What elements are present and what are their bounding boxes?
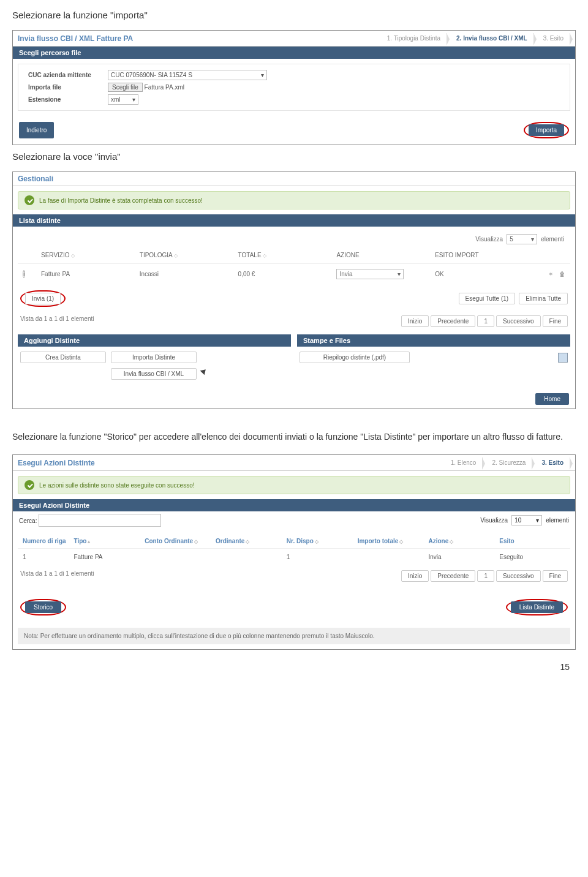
visualizza-row-1: Visualizza 5▾ elementi	[18, 231, 570, 247]
page-prec-2[interactable]: Precedente	[431, 570, 475, 582]
th-importo[interactable]: Importo totale◇	[355, 536, 426, 546]
th-conto[interactable]: Conto Ordinante◇	[142, 536, 213, 546]
page-succ-2[interactable]: Successivo	[496, 570, 541, 582]
importa-button[interactable]: Importa	[529, 124, 564, 136]
page-num-1[interactable]: 1	[477, 315, 494, 327]
cell-tipologia: Incassi	[137, 269, 236, 279]
check-icon	[24, 480, 34, 490]
vista-label-1: Vista da 1 a 1 di 1 elementi	[20, 315, 94, 327]
pagination-1: Inizio Precedente 1 Successivo Fine	[401, 315, 568, 327]
panel-gestionali: Gestionali La fase di Importa Distinte è…	[12, 171, 576, 409]
select-page-size-2[interactable]: 10▾	[511, 515, 542, 525]
info-icon[interactable]: i	[23, 270, 25, 278]
th-totale[interactable]: TOTALE◇	[236, 250, 334, 260]
th-azione: AZIONE	[334, 250, 432, 260]
panel1-steps: 1. Tipologia Distinta 2. Invia flusso CB…	[378, 33, 570, 43]
th-esito: ESITO IMPORT	[432, 250, 531, 260]
step-3: 3. Esito	[534, 33, 570, 43]
darkbar-esegui: Esegui Azioni Distinte	[13, 499, 575, 511]
select-ext[interactable]: xml▾	[108, 94, 138, 105]
label-importa: Importa file	[28, 84, 108, 91]
th-esito2[interactable]: Esito	[497, 536, 568, 546]
importa-distinte-button[interactable]: Importa Distinte	[111, 352, 197, 363]
cell-servizio: Fatture PA	[39, 269, 137, 279]
check-icon	[24, 195, 34, 205]
th-tipologia[interactable]: TIPOLOGIA◇	[137, 250, 236, 260]
cursor-icon	[202, 368, 208, 377]
cell-esito: OK	[432, 269, 531, 279]
select-page-size-1[interactable]: 5▾	[507, 234, 537, 244]
riepilogo-button[interactable]: Riepilogo distinte (.pdf)	[300, 352, 410, 363]
pdf-icon[interactable]	[558, 353, 568, 363]
azioni-table: Numero di riga Tipo▴ Conto Ordinante◇ Or…	[18, 534, 570, 587]
page-fine-2[interactable]: Fine	[543, 570, 568, 582]
success-banner-2: Le azioni sulle distinte sono state eseg…	[18, 476, 570, 494]
th-tipo[interactable]: Tipo▴	[71, 536, 142, 546]
gear-icon[interactable]: ✶	[548, 271, 553, 277]
success-text-2: Le azioni sulle distinte sono state eseg…	[39, 482, 195, 489]
select-azione-invia[interactable]: Invia▾	[336, 269, 404, 279]
label-cuc: CUC azienda mittente	[28, 72, 108, 78]
vista-label-2: Vista da 1 a 1 di 1 elementi	[20, 570, 94, 582]
choose-file-button[interactable]: Scegli file	[108, 83, 143, 92]
chosen-file-name: Fattura PA.xml	[145, 84, 184, 91]
back-button[interactable]: Indietro	[19, 122, 54, 138]
chevron-down-icon: ▾	[261, 72, 264, 78]
azioni-table-row: 1 Fatture PA 1 Invia Eseguito	[18, 548, 570, 565]
panel1-form: CUC azienda mittente CUC 0705690N- SIA 1…	[18, 64, 570, 111]
row-estensione: Estensione xml▾	[22, 92, 566, 107]
success-text-1: La fase di Importa Distinte è stata comp…	[39, 197, 203, 204]
caption-1: Selezionare la funzione "importa"	[12, 10, 576, 20]
invia-flusso-button[interactable]: Invia flusso CBI / XML	[111, 368, 197, 380]
row-cuc: CUC azienda mittente CUC 0705690N- SIA 1…	[22, 68, 566, 82]
panel3-title: Esegui Azioni Distinte	[18, 459, 95, 467]
lista-table-head: SERVIZIO◇ TIPOLOGIA◇ TOTALE◇ AZIONE ESIT…	[18, 247, 570, 263]
p3-step-2: 2. Sicurezza	[483, 457, 532, 468]
darkbar-aggiungi: Aggiungi Distinte	[18, 334, 291, 347]
page-prec-1[interactable]: Precedente	[431, 315, 475, 327]
trash-icon[interactable]: 🗑	[559, 271, 565, 277]
lista-table: Visualizza 5▾ elementi SERVIZIO◇ TIPOLOG…	[18, 231, 570, 329]
page-inizio-1[interactable]: Inizio	[401, 315, 429, 327]
page-fine-1[interactable]: Fine	[543, 315, 568, 327]
th-ordinante[interactable]: Ordinante◇	[213, 536, 284, 546]
th-azione2[interactable]: Azione◇	[426, 536, 497, 546]
storico-button[interactable]: Storico	[25, 601, 61, 613]
cerca-input[interactable]	[39, 514, 161, 527]
pagination-2: Inizio Precedente 1 Successivo Fine	[401, 570, 568, 582]
highlight-invia: Invia (1)	[20, 290, 66, 307]
section-scegli-percorso: Scegli percorso file	[13, 47, 575, 59]
th-servizio[interactable]: SERVIZIO◇	[39, 250, 137, 260]
invia-count-button[interactable]: Invia (1)	[25, 293, 61, 304]
elimina-tutte-button[interactable]: Elimina Tutte	[519, 293, 568, 304]
home-button[interactable]: Home	[535, 393, 569, 405]
titlebar-1: Invia flusso CBI / XML Fatture PA 1. Tip…	[13, 31, 575, 47]
esito-eseguito: Eseguito	[497, 552, 568, 562]
azioni-table-head: Numero di riga Tipo▴ Conto Ordinante◇ Or…	[18, 534, 570, 548]
success-banner-1: La fase di Importa Distinte è stata comp…	[18, 191, 570, 209]
page-num-2[interactable]: 1	[477, 570, 494, 582]
caption-2: Selezionare la voce "invia"	[12, 151, 576, 162]
page-inizio-2[interactable]: Inizio	[401, 570, 429, 582]
cerca-label: Cerca:	[19, 518, 37, 524]
page-number: 15	[18, 662, 570, 672]
th-num[interactable]: Numero di riga	[20, 536, 71, 546]
panel3-steps: 1. Elenco 2. Sicurezza 3. Esito	[442, 457, 570, 468]
p3-step-3: 3. Esito	[532, 457, 570, 468]
th-nrdispo[interactable]: Nr. Dispo◇	[284, 536, 355, 546]
darkbar-lista-distinte: Lista distinte	[13, 214, 575, 227]
highlight-lista-distinte: Lista Distinte	[506, 599, 568, 615]
caption-3: Selezionare la funzione "Storico" per ac…	[12, 430, 576, 443]
panel1-buttons: Indietro Importa	[13, 116, 575, 145]
nota-ordinamento: Nota: Per effettuare un ordinamento mult…	[18, 628, 570, 644]
lista-distinte-button[interactable]: Lista Distinte	[511, 601, 563, 613]
cell-totale: 0,00 €	[236, 269, 334, 279]
highlight-importa: Importa	[524, 122, 569, 138]
page-succ-1[interactable]: Successivo	[496, 315, 541, 327]
titlebar-3: Esegui Azioni Distinte 1. Elenco 2. Sicu…	[13, 455, 575, 471]
select-cuc[interactable]: CUC 0705690N- SIA 115Z4 S▾	[108, 70, 267, 80]
esegui-tutte-button[interactable]: Esegui Tutte (1)	[459, 293, 516, 304]
label-estensione: Estensione	[28, 96, 108, 103]
step-2: 2. Invia flusso CBI / XML	[447, 33, 534, 43]
crea-distinta-button[interactable]: Crea Distinta	[20, 352, 106, 363]
